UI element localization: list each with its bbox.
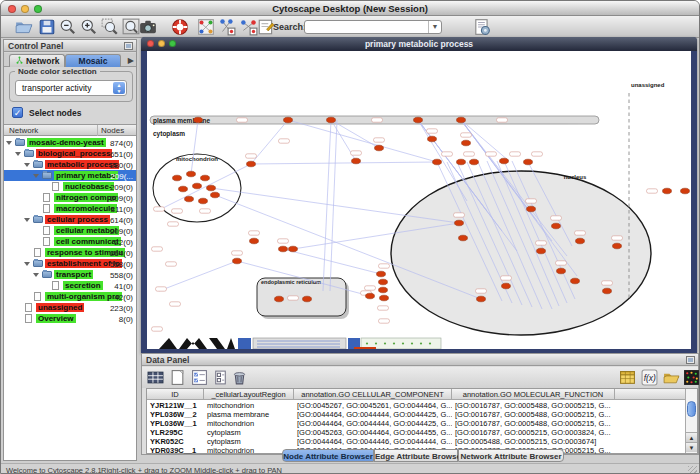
open-attribute-file-icon[interactable] [663, 369, 680, 386]
network-node[interactable] [502, 283, 511, 289]
network-node[interactable] [459, 235, 468, 241]
help-icon[interactable] [171, 18, 189, 36]
zoom-selected-icon[interactable] [101, 18, 119, 36]
layout-grid-icon[interactable] [197, 18, 215, 36]
tab-overflow-arrow-icon[interactable]: ▶ [128, 56, 134, 65]
tree-row[interactable]: mosaic-demo-yeast874(0) [4, 137, 136, 148]
network-node[interactable] [193, 183, 202, 189]
tree-row[interactable]: nucleobase-209(0) [4, 181, 136, 192]
network-node[interactable] [250, 238, 259, 244]
network-node[interactable] [537, 248, 546, 254]
scrollbar-thumb[interactable] [687, 401, 696, 417]
tab-mosaic[interactable]: Mosaic [65, 54, 121, 67]
table-cell[interactable]: YJR121W__1 [147, 401, 204, 410]
tab-network[interactable]: Network [9, 54, 65, 67]
zoom-fit-icon[interactable] [122, 18, 140, 36]
column-header-region[interactable]: _cellularLayoutRegion [204, 389, 294, 400]
network-node[interactable] [500, 158, 509, 164]
network-node[interactable] [327, 117, 336, 123]
network-node[interactable] [379, 287, 388, 293]
network-node[interactable] [470, 159, 479, 165]
tree-row[interactable]: unassigned223(0) [4, 302, 136, 313]
import-wizard-icon[interactable] [473, 18, 491, 36]
tree-row[interactable]: cell communicat22(0) [4, 236, 136, 247]
disclosure-triangle-icon[interactable] [33, 273, 39, 277]
network-node[interactable] [289, 246, 298, 252]
disclosure-triangle-icon[interactable] [33, 174, 39, 178]
network-node[interactable] [663, 188, 672, 194]
disclosure-triangle-icon[interactable] [15, 152, 21, 156]
network-node[interactable] [603, 288, 612, 294]
network-node[interactable] [185, 196, 194, 202]
tree-row[interactable]: macromolecule311(0) [4, 203, 136, 214]
network-node[interactable] [379, 279, 388, 285]
nodes-column-header[interactable]: Nodes [101, 126, 124, 135]
network-node[interactable] [187, 171, 196, 177]
network-node[interactable] [552, 223, 561, 229]
network-node[interactable] [211, 192, 220, 198]
network-node[interactable] [194, 117, 203, 123]
scroll-down-icon[interactable]: ▼ [686, 442, 697, 452]
select-all-rows-icon[interactable] [147, 369, 164, 386]
network-node[interactable] [433, 159, 442, 165]
network-node[interactable] [233, 258, 242, 264]
network-node[interactable] [207, 185, 216, 191]
float-panel-icon[interactable] [124, 42, 133, 50]
tree-row[interactable]: secretion41(0) [4, 280, 136, 291]
column-header-cellular-component[interactable]: annotation.GO CELLULAR_COMPONENT [294, 389, 452, 400]
unselect-attributes-icon[interactable] [212, 369, 229, 386]
table-row[interactable]: YPL036W__1mitochondrion[GO:0044464, GO:0… [147, 419, 673, 428]
network-node[interactable] [576, 238, 585, 244]
float-panel-icon[interactable] [686, 356, 695, 364]
select-nodes-checkbox[interactable]: ✓ [12, 107, 23, 118]
network-node[interactable] [179, 186, 188, 192]
search-input[interactable]: ▼ [304, 20, 442, 34]
table-cell[interactable]: YLR295C [147, 428, 204, 437]
tab-edge-attribute-browser[interactable]: Edge Attribute Browser [374, 449, 458, 462]
network-column-header[interactable]: Network [9, 126, 38, 135]
resize-grip[interactable] [688, 466, 697, 474]
network-node[interactable] [571, 278, 580, 284]
network-node[interactable] [428, 136, 437, 142]
tree-row[interactable]: biological_process651(0) [4, 148, 136, 159]
network-node[interactable] [377, 271, 386, 277]
table-row[interactable]: YPL036W__2plasma membrane[GO:0044464, GO… [147, 410, 673, 419]
zoom-out-icon[interactable] [59, 18, 77, 36]
network-node[interactable] [414, 117, 423, 123]
table-cell[interactable]: cytoplasm [204, 437, 294, 446]
network-node[interactable] [380, 295, 389, 301]
table-cell[interactable]: [GO:0044464, GO:0044446, GO:0044444, G..… [294, 437, 452, 446]
tab-network-attribute-browser[interactable]: Network Attribute Browser [458, 449, 564, 462]
network-node[interactable] [557, 268, 566, 274]
table-cell[interactable]: [GO:0016787, GO:0005488, GO:0005215, G..… [452, 410, 615, 419]
table-cell[interactable]: [GO:0005488, GO:0005215, GO:0003674] [452, 437, 615, 446]
network-node[interactable] [375, 145, 384, 151]
column-header-id[interactable]: ID [147, 389, 204, 400]
select-attributes-icon[interactable] [191, 369, 208, 386]
table-cell[interactable]: YPL036W__1 [147, 419, 204, 428]
network-node[interactable] [199, 198, 208, 204]
network-node[interactable] [457, 159, 466, 165]
disclosure-triangle-icon[interactable] [6, 141, 12, 145]
network-node[interactable] [366, 293, 375, 299]
zoom-in-icon[interactable] [80, 18, 98, 36]
node-color-attribute-select[interactable]: transporter activity ▲▼ [15, 80, 127, 96]
network-node[interactable] [527, 206, 536, 212]
network-canvas[interactable]: plasma membranecytoplasmmitochondrionnuc… [147, 51, 691, 349]
chevron-down-icon[interactable]: ▼ [428, 21, 441, 33]
table-row[interactable]: YLR295Ccytoplasm[GO:0045263, GO:0044464,… [147, 428, 673, 437]
network-node[interactable] [279, 246, 288, 252]
layout-network-icon-1[interactable] [218, 18, 236, 36]
save-icon[interactable] [38, 18, 56, 36]
snapshot-icon[interactable] [139, 18, 157, 36]
network-node[interactable] [352, 158, 361, 164]
table-row[interactable]: YKR052Ccytoplasm[GO:0044464, GO:0044446,… [147, 437, 673, 446]
table-cell[interactable]: YPL036W__2 [147, 410, 204, 419]
table-cell[interactable]: mitochondrion [204, 419, 294, 428]
network-node[interactable] [455, 220, 464, 226]
create-attribute-icon[interactable] [169, 369, 186, 386]
attribute-matrix-icon[interactable] [683, 369, 700, 386]
tree-row[interactable]: primary metabo209(... [4, 170, 136, 181]
table-cell[interactable]: YKR052C [147, 437, 204, 446]
network-node[interactable] [613, 243, 622, 249]
